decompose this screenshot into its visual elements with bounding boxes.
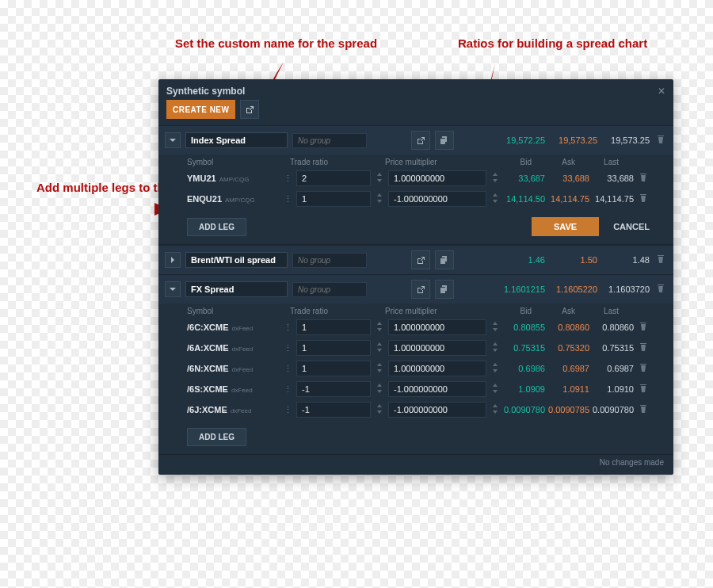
col-symbol: Symbol [187, 307, 290, 315]
delete-spread-icon[interactable] [654, 284, 667, 294]
spread-header: 19,572.2519,573.2519,573.25 [158, 125, 673, 155]
leg-ask: 0.80860 [548, 323, 589, 332]
leg-column-header: SymbolTrade ratioPrice multiplierBidAskL… [158, 155, 673, 168]
group-input[interactable] [292, 253, 367, 268]
stepper-icon[interactable] [490, 342, 501, 353]
leg-menu-icon[interactable]: ⋮ [284, 194, 293, 204]
spread-footer: ADD LEG [158, 420, 673, 455]
leg-row: /6A:XCMEdxFeed⋮0.753150.753200.75315 [158, 338, 673, 358]
leg-symbol: /6A:XCMEdxFeed [187, 343, 280, 353]
stepper-icon[interactable] [374, 363, 385, 374]
trade-ratio-input[interactable] [296, 319, 371, 335]
delete-spread-icon[interactable] [654, 136, 667, 145]
leg-row: ENQU21AMP/CQG⋮14,114.5014,114.7514,114.7… [158, 189, 673, 209]
delete-leg-icon[interactable] [637, 364, 650, 373]
price-multiplier-input[interactable] [388, 170, 486, 186]
leg-menu-icon[interactable]: ⋮ [284, 174, 293, 184]
trade-ratio-input[interactable] [296, 361, 371, 376]
price-multiplier-input[interactable] [388, 402, 486, 418]
col-price-mult: Price multiplier [385, 158, 488, 166]
add-leg-button[interactable]: ADD LEG [187, 218, 246, 236]
spread-name-input[interactable] [185, 281, 288, 297]
stepper-icon[interactable] [374, 193, 385, 204]
spread-name-input[interactable] [185, 132, 288, 148]
stepper-icon[interactable] [374, 173, 385, 184]
group-input[interactable] [292, 282, 367, 297]
price-multiplier-input[interactable] [388, 191, 486, 207]
leg-menu-icon[interactable]: ⋮ [284, 384, 293, 395]
leg-last: 0.80860 [593, 323, 634, 332]
delete-leg-icon[interactable] [637, 174, 650, 183]
copy-icon[interactable] [435, 131, 454, 150]
group-input[interactable] [292, 133, 367, 148]
leg-menu-icon[interactable]: ⋮ [284, 405, 293, 415]
save-button[interactable]: SAVE [532, 217, 599, 236]
stepper-icon[interactable] [490, 404, 501, 415]
spread-bid: 1.1601215 [498, 284, 545, 294]
leg-symbol: /6J:XCMEdxFeed [187, 405, 280, 414]
col-trade-ratio: Trade ratio [290, 307, 385, 315]
create-new-button[interactable]: CREATE NEW [166, 100, 235, 119]
popout-icon[interactable] [411, 131, 430, 150]
stepper-icon[interactable] [374, 322, 385, 333]
stepper-icon[interactable] [374, 404, 385, 415]
spread-ask: 19,573.25 [550, 136, 597, 145]
spread-header: 1.461.501.48 [158, 245, 673, 274]
spread-name-input[interactable] [185, 252, 288, 268]
delete-leg-icon[interactable] [637, 323, 650, 332]
stepper-icon[interactable] [374, 384, 385, 395]
popout-icon[interactable] [240, 100, 259, 119]
leg-symbol: YMU21AMP/CQG [187, 174, 280, 183]
leg-bid: 0.80855 [504, 323, 545, 332]
popout-icon[interactable] [411, 280, 430, 299]
col-price-mult: Price multiplier [385, 307, 488, 315]
cancel-button[interactable]: CANCEL [599, 217, 664, 236]
stepper-icon[interactable] [490, 173, 501, 184]
col-trade-ratio: Trade ratio [290, 158, 385, 166]
trade-ratio-input[interactable] [296, 340, 371, 356]
leg-menu-icon[interactable]: ⋮ [284, 323, 293, 333]
add-leg-button[interactable]: ADD LEG [187, 428, 246, 446]
expand-toggle-icon[interactable] [165, 252, 181, 268]
leg-row: /6N:XCMEdxFeed⋮0.69860.69870.6987 [158, 358, 673, 379]
leg-bid: 1.0909 [504, 384, 545, 394]
delete-leg-icon[interactable] [637, 384, 650, 394]
leg-row: YMU21AMP/CQG⋮33,68733,68833,688 [158, 168, 673, 189]
delete-leg-icon[interactable] [637, 194, 650, 204]
copy-icon[interactable] [435, 280, 454, 299]
popout-icon[interactable] [411, 250, 430, 269]
delete-leg-icon[interactable] [637, 343, 650, 353]
leg-bid: 0.0090780 [504, 405, 545, 414]
stepper-icon[interactable] [490, 384, 501, 395]
leg-ask: 0.0090785 [548, 405, 589, 414]
price-multiplier-input[interactable] [388, 361, 486, 376]
titlebar: Synthetic symbol ✕ [158, 79, 673, 100]
trade-ratio-input[interactable] [296, 381, 371, 397]
trade-ratio-input[interactable] [296, 191, 371, 207]
price-multiplier-input[interactable] [388, 381, 486, 397]
stepper-icon[interactable] [490, 322, 501, 333]
delete-spread-icon[interactable] [654, 255, 667, 265]
spread-bid: 19,572.25 [498, 136, 545, 145]
leg-last: 0.6987 [593, 364, 634, 373]
synthetic-symbol-dialog: Synthetic symbol ✕ CREATE NEW 19,572.251… [158, 79, 673, 475]
close-icon[interactable]: ✕ [658, 86, 665, 97]
expand-toggle-icon[interactable] [165, 132, 181, 148]
stepper-icon[interactable] [490, 363, 501, 374]
price-multiplier-input[interactable] [388, 340, 486, 356]
expand-toggle-icon[interactable] [165, 281, 181, 297]
leg-menu-icon[interactable]: ⋮ [284, 364, 293, 374]
trade-ratio-input[interactable] [296, 170, 371, 186]
price-multiplier-input[interactable] [388, 319, 486, 335]
col-last: Last [575, 158, 619, 166]
trade-ratio-input[interactable] [296, 402, 371, 418]
leg-last: 0.0090780 [593, 405, 634, 414]
leg-last: 14,114.75 [593, 194, 634, 204]
leg-menu-icon[interactable]: ⋮ [284, 343, 293, 353]
delete-leg-icon[interactable] [637, 405, 650, 414]
stepper-icon[interactable] [490, 193, 501, 204]
stepper-icon[interactable] [374, 342, 385, 353]
leg-ask: 14,114.75 [548, 194, 589, 204]
spread-last: 1.48 [602, 255, 650, 265]
copy-icon[interactable] [435, 250, 454, 269]
